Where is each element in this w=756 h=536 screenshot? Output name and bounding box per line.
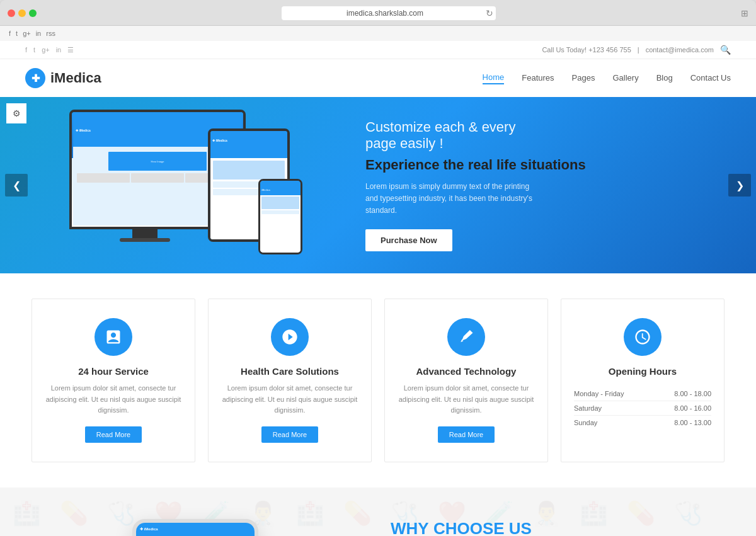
logo[interactable]: ✚ iMedica	[25, 68, 101, 88]
hours-time-2: 8.00 - 16.00	[674, 404, 711, 412]
minimize-button[interactable]	[18, 9, 26, 17]
topbar-gplus-icon[interactable]: g+	[42, 46, 50, 54]
hours-row-2: Saturday 8.00 - 16.00	[574, 401, 711, 416]
service-desc-1: Lorem ipsum dolor sit amet, consecte tur…	[45, 383, 182, 416]
service-desc-2: Lorem ipsum dolor sit amet, consecte tur…	[221, 383, 358, 416]
hours-title: Opening Hours	[574, 366, 711, 377]
nav-home[interactable]: Home	[483, 72, 505, 84]
topbar-twitter-icon[interactable]: t	[33, 46, 35, 54]
hours-time-1: 8.00 - 18.00	[674, 390, 711, 397]
why-phone-mockup: ✚ iMedica	[132, 519, 258, 536]
close-button[interactable]	[8, 9, 15, 17]
hero-description: Lorem ipsum is simply dummy text of the …	[365, 181, 542, 217]
nav-contact[interactable]: Contact Us	[690, 73, 731, 84]
phone-screen: iMedica	[260, 181, 301, 253]
nav-gallery[interactable]: Gallery	[612, 73, 638, 84]
hours-day-3: Sunday	[574, 419, 597, 426]
address-bar-container: ↻	[42, 6, 736, 20]
hero-content: Customize each & every page easily ! Exp…	[353, 100, 756, 271]
linkedin-icon[interactable]: in	[36, 30, 42, 37]
hours-day-1: Monday - Friday	[574, 390, 624, 397]
top-bar: f t g+ in ☰ Call Us Today! +123 456 755 …	[0, 41, 756, 59]
hero-section: ⚙ ❮ ✚ iMedica Hero Image	[0, 97, 756, 273]
rss-icon[interactable]: rss	[46, 30, 55, 37]
logo-icon: ✚	[25, 68, 45, 88]
window-controls	[8, 9, 37, 17]
twitter-icon[interactable]: t	[16, 30, 18, 37]
logo-text: iMedica	[50, 70, 101, 86]
top-bar-contact: Call Us Today! +123 456 755 | contact@im…	[542, 45, 731, 55]
service-btn-2[interactable]: Read More	[261, 426, 318, 443]
browser-window: ↻ ⊞ f t g+ in rss	[0, 0, 756, 41]
hours-row-1: Monday - Friday 8.00 - 18.00	[574, 387, 711, 401]
monitor-base	[120, 238, 170, 242]
browser-titlebar: ↻ ⊞	[0, 6, 756, 25]
service-card-2: Health Care Solutions Lorem ipsum dolor …	[208, 299, 372, 462]
email-text: contact@imedica.com	[646, 46, 714, 54]
service-btn-1[interactable]: Read More	[85, 426, 142, 443]
hero-subtitle: Customize each & every page easily !	[365, 119, 718, 152]
social-links: f t g+ in rss	[9, 30, 55, 37]
hours-day-2: Saturday	[574, 404, 602, 412]
website-content: f t g+ in ☰ Call Us Today! +123 456 755 …	[0, 41, 756, 536]
service-card-1: 24 hour Service Lorem ipsum dolor sit am…	[32, 299, 195, 462]
nav-pages[interactable]: Pages	[572, 73, 595, 84]
service-card-3: Advanced Technology Lorem ipsum dolor si…	[384, 299, 548, 462]
topbar-facebook-icon[interactable]: f	[25, 46, 27, 54]
separator: |	[638, 46, 639, 54]
why-heading: WHY CHOOSE US	[391, 519, 731, 536]
service-title-2: Health Care Solutions	[221, 366, 358, 377]
phone-device: iMedica	[258, 179, 302, 254]
purchase-button[interactable]: Purchase Now	[365, 229, 452, 251]
hero-prev-button[interactable]: ❮	[5, 174, 28, 197]
monitor-stand	[132, 227, 158, 239]
nav-blog[interactable]: Blog	[656, 73, 673, 84]
nav-links: Home Features Pages Gallery Blog Contact…	[483, 72, 731, 84]
topbar-linkedin-icon[interactable]: in	[56, 46, 62, 54]
service-title-1: 24 hour Service	[45, 366, 182, 377]
facebook-icon[interactable]: f	[9, 30, 11, 37]
googleplus-icon[interactable]: g+	[23, 30, 31, 37]
address-bar[interactable]	[282, 6, 496, 20]
maximize-button[interactable]	[29, 9, 37, 17]
services-section: 24 hour Service Lorem ipsum dolor sit am…	[0, 273, 756, 488]
hours-row-3: Sunday 8.00 - 13.00	[574, 416, 711, 430]
hours-icon	[624, 318, 662, 356]
browser-toolbar: f t g+ in rss	[0, 25, 756, 41]
why-heading-normal: WHY	[391, 519, 429, 536]
hero-devices: ✚ iMedica Hero Image	[0, 103, 353, 267]
hours-card: Opening Hours Monday - Friday 8.00 - 18.…	[561, 299, 724, 462]
hours-time-3: 8.00 - 13.00	[674, 419, 711, 426]
search-icon[interactable]: 🔍	[720, 45, 731, 55]
why-heading-accent: CHOOSE	[433, 519, 505, 536]
why-phone-area: ✚ iMedica	[25, 519, 365, 536]
service-desc-3: Lorem ipsum dolor sit amet, consecte tur…	[398, 383, 535, 416]
why-phone-inner: ✚ iMedica	[136, 523, 255, 536]
why-section: 🏥💊🩺❤️🧪 👨‍⚕️🏥💊🩺❤️ 🧪👨‍⚕️🏥💊🩺 ❤️🧪👨‍⚕️🏥💊 ✚ iM…	[0, 488, 756, 536]
nav-features[interactable]: Features	[522, 73, 554, 84]
services-grid: 24 hour Service Lorem ipsum dolor sit am…	[32, 299, 724, 462]
why-content: WHY CHOOSE US Great Infrastructure Sed u…	[365, 519, 731, 536]
reload-button[interactable]: ↻	[486, 8, 493, 18]
service-icon-3	[447, 318, 485, 356]
service-title-3: Advanced Technology	[398, 366, 535, 377]
hero-next-button[interactable]: ❯	[728, 174, 751, 197]
why-phone-screen: ✚ iMedica	[136, 523, 255, 536]
top-bar-social: f t g+ in ☰	[25, 46, 74, 54]
main-navigation: ✚ iMedica Home Features Pages Gallery Bl…	[0, 59, 756, 97]
service-icon-2	[271, 318, 309, 356]
topbar-rss-icon[interactable]: ☰	[67, 46, 74, 54]
why-heading-end: US	[509, 519, 532, 536]
hero-settings-button[interactable]: ⚙	[6, 103, 26, 123]
service-btn-3[interactable]: Read More	[438, 426, 495, 443]
service-icon-1	[94, 318, 132, 356]
expand-button[interactable]: ⊞	[741, 8, 748, 18]
hero-title: Experience the real life situations	[365, 157, 718, 173]
phone-text: Call Us Today! +123 456 755	[542, 46, 631, 54]
devices-mockup: ✚ iMedica Hero Image	[57, 103, 296, 267]
